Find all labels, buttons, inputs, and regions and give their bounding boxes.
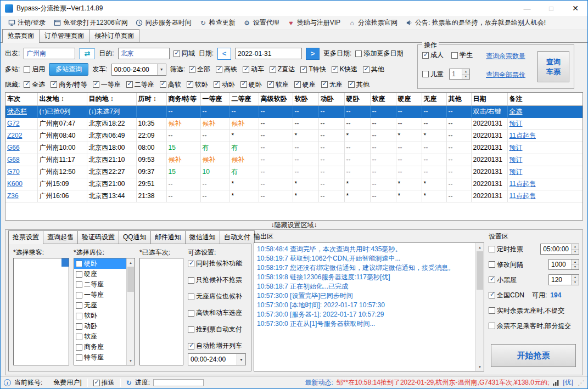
option-checkbox[interactable]: 高铁和动车选座 bbox=[188, 308, 249, 318]
tab-wechat-notify[interactable]: 微信通知 bbox=[185, 230, 220, 244]
hide-checkbox[interactable]: 全选 bbox=[24, 80, 45, 89]
hide-checkbox[interactable]: 二等座 bbox=[126, 80, 154, 89]
modify-interval-checkbox[interactable]: 修改间隔 bbox=[489, 260, 523, 269]
spin-up-button[interactable]: ▲ bbox=[572, 244, 579, 250]
spinner-value[interactable]: 120 bbox=[549, 275, 571, 285]
cell-link[interactable]: Z202 bbox=[5, 129, 37, 142]
train-row[interactable]: K600广州15:09北京西21:0029:51----*--*--*--**-… bbox=[5, 178, 583, 190]
menu-announcement[interactable]: 公告: 抢票靠的是坚持，放弃就是给别人机会! bbox=[401, 17, 550, 29]
cell-link[interactable]: G70 bbox=[5, 166, 37, 178]
cell-link[interactable]: 11点起售 bbox=[507, 190, 583, 202]
seat-item[interactable]: 软座 bbox=[74, 331, 126, 342]
column-header[interactable]: 一等座 bbox=[200, 93, 229, 105]
hide-checkbox[interactable]: 商务/特等 bbox=[51, 80, 87, 89]
date-input[interactable]: 2022-01-31 bbox=[235, 48, 302, 59]
tab-qq-notify[interactable]: QQ通知 bbox=[119, 230, 151, 244]
passenger-listbox[interactable] bbox=[13, 258, 69, 365]
log-scrollbar[interactable]: ▲ ▼ bbox=[475, 243, 484, 371]
seat-item[interactable]: 一等座 bbox=[74, 290, 126, 300]
cell-link[interactable]: 预订 bbox=[507, 154, 583, 166]
spin-up-button[interactable]: ▲ bbox=[462, 69, 469, 75]
menu-check-update[interactable]: ↻ 检查更新 bbox=[195, 17, 239, 29]
cell-link[interactable]: G66 bbox=[5, 142, 37, 154]
cell-link[interactable]: 预订 bbox=[507, 117, 583, 129]
depart-input[interactable]: 广州南 bbox=[24, 48, 75, 59]
seat-listbox[interactable]: 硬卧硬座二等座一等座无座软卧动卧软座商务座特等座 ▲ ▼ bbox=[74, 258, 135, 365]
train-row[interactable]: G72广州南07:47北京西18:2210:35候补候补候补----------… bbox=[5, 117, 583, 129]
hide-checkbox[interactable]: 硬卧 bbox=[240, 80, 262, 89]
swap-stations-button[interactable]: ⇄ bbox=[79, 48, 95, 59]
filter-checkbox[interactable]: 其他 bbox=[363, 65, 384, 74]
tab-grab-settings[interactable]: 抢票设置 bbox=[8, 230, 43, 244]
hide-checkbox[interactable]: 其他 bbox=[348, 80, 369, 89]
timed-grab-time-spinner[interactable]: 05:00:00▲▼ bbox=[540, 244, 579, 255]
dest-input[interactable]: 北京 bbox=[118, 48, 170, 59]
tab-waitlist-page[interactable]: 候补订单页面 bbox=[89, 29, 139, 42]
selected-trains-listbox[interactable] bbox=[139, 258, 183, 365]
minimize-button[interactable]: — bbox=[515, 1, 539, 16]
query-ticket-count-link[interactable]: 查询余票数量 bbox=[486, 52, 525, 61]
hide-checkbox[interactable]: 无座 bbox=[321, 80, 343, 89]
train-row[interactable]: Z36广州16:06北京西13:4421:38----*--*--*--**--… bbox=[5, 190, 583, 202]
spin-up-button[interactable]: ▲ bbox=[572, 260, 579, 265]
cell-link[interactable]: K600 bbox=[5, 178, 37, 190]
column-header[interactable]: 商务/特等 bbox=[166, 93, 200, 105]
spin-down-button[interactable]: ▼ bbox=[572, 265, 579, 270]
output-logbox[interactable]: 10:58:48:4 查询完毕，本次查询共用时:435毫秒。10:58:19:7… bbox=[254, 243, 484, 371]
interval-spinner[interactable]: 1000▲▼ bbox=[548, 259, 579, 270]
train-row[interactable]: Z202广州南08:40北京西06:4922:09----*--*--*--**… bbox=[5, 129, 583, 142]
cell-link[interactable]: 预订 bbox=[507, 166, 583, 178]
filter-checkbox[interactable]: K快速 bbox=[332, 65, 357, 74]
multi-enable-checkbox[interactable]: 启用 bbox=[24, 65, 45, 74]
column-header[interactable]: 历时 ↕ bbox=[136, 93, 166, 105]
scroll-down-button[interactable]: ▼ bbox=[476, 363, 484, 371]
adult-checkbox[interactable]: 成人 bbox=[422, 50, 444, 60]
scroll-thumb[interactable] bbox=[477, 251, 483, 290]
cell-link[interactable]: 状态栏 bbox=[5, 105, 37, 117]
date-prev-button[interactable]: < bbox=[217, 48, 231, 60]
spin-down-button[interactable]: ▼ bbox=[572, 250, 579, 255]
scroll-down-button[interactable]: ▼ bbox=[127, 357, 135, 365]
tab-email-notify[interactable]: 邮件通知 bbox=[150, 230, 186, 244]
column-header[interactable]: 车次 bbox=[5, 93, 37, 105]
add-more-dates-checkbox[interactable]: 添加更多日期 bbox=[355, 49, 403, 58]
same-city-checkbox[interactable]: 同城 bbox=[173, 49, 195, 58]
scroll-thumb[interactable] bbox=[127, 267, 134, 292]
push-checkbox[interactable]: 推送 bbox=[93, 378, 115, 387]
cell-link[interactable]: G68 bbox=[5, 154, 37, 166]
national-cdn-checkbox[interactable]: 全国CDN bbox=[489, 291, 524, 300]
column-header[interactable]: 备注 bbox=[507, 93, 583, 105]
seat-item[interactable]: 商务座 bbox=[74, 342, 126, 352]
spinner-value[interactable]: 05:00:00 bbox=[541, 244, 571, 254]
seat-item[interactable]: 无座 bbox=[74, 300, 126, 311]
menu-open-12306[interactable]: 免登录打开12306官网 bbox=[49, 17, 131, 29]
option-checkbox[interactable]: 自动抢增开列车 bbox=[188, 341, 249, 351]
filter-checkbox[interactable]: 动车 bbox=[243, 65, 264, 74]
cell-link[interactable]: 11点起售 bbox=[507, 129, 583, 142]
train-row[interactable]: G66广州南10:00北京西18:0008:0015有有------------… bbox=[5, 142, 583, 154]
date-next-button[interactable]: > bbox=[306, 48, 320, 60]
tab-auto-pay[interactable]: 自动支付 bbox=[220, 230, 255, 244]
option-time-select[interactable]: 00:00-24:00 ▼ bbox=[188, 353, 246, 365]
cell-link[interactable]: G72 bbox=[5, 117, 37, 129]
hide-settings-divider[interactable]: ↓隐藏设置区域↓ bbox=[1, 221, 587, 229]
option-checkbox[interactable]: 只抢候补不抢票 bbox=[188, 275, 249, 285]
option-checkbox[interactable]: 无座席位也候补 bbox=[188, 292, 249, 301]
train-row[interactable]: G70广州南12:50北京西22:2709:371510有-----------… bbox=[5, 166, 583, 178]
seat-item[interactable]: 硬座 bbox=[74, 269, 126, 279]
cell-link[interactable]: 11点起售 bbox=[507, 178, 583, 190]
hide-checkbox[interactable]: 软卧 bbox=[187, 80, 208, 89]
student-checkbox[interactable]: 学生 bbox=[451, 50, 473, 60]
spinner-value[interactable]: 1000 bbox=[549, 260, 571, 269]
column-header[interactable]: 日期 bbox=[471, 93, 507, 105]
spin-down-button[interactable]: ▼ bbox=[572, 280, 579, 285]
depart-time-select[interactable]: 00:00-24:00 ▼ bbox=[111, 64, 166, 76]
timed-grab-checkbox[interactable]: 定时抢票 bbox=[489, 245, 523, 254]
seat-item[interactable]: 硬卧 bbox=[74, 258, 126, 269]
status-row[interactable]: 状态栏(↑)已抢0列(↓)未选7列----------------------双… bbox=[5, 105, 583, 117]
scroll-track[interactable] bbox=[127, 267, 135, 357]
seat-list-scrollbar[interactable]: ▲ ▼ bbox=[126, 258, 135, 365]
column-header[interactable]: 无座 bbox=[422, 93, 446, 105]
maximize-button[interactable]: □ bbox=[539, 1, 563, 16]
blacklist-time-spinner[interactable]: 120▲▼ bbox=[548, 274, 579, 285]
